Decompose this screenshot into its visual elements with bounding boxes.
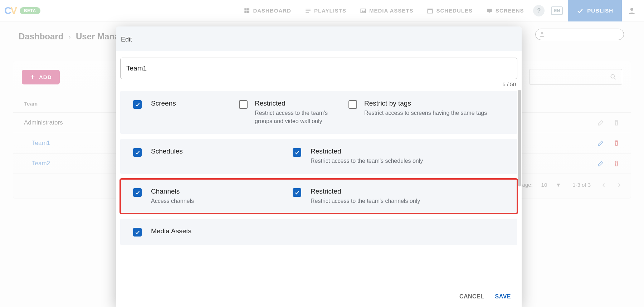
perm-media-assets: Media Assets	[120, 219, 517, 245]
cancel-button[interactable]: CANCEL	[459, 293, 484, 300]
scrollbar[interactable]	[518, 90, 521, 186]
perm-title: Media Assets	[151, 227, 191, 235]
perm-schedules: Schedules Restricted Restrict access to …	[120, 139, 517, 174]
perm-opt-title: Restricted	[311, 147, 423, 155]
checkbox-screens-restricted[interactable]	[239, 100, 248, 109]
char-count: 5 / 50	[120, 79, 517, 91]
edit-team-modal: Edit 5 / 50 Screens Restricted Restrict …	[116, 26, 522, 307]
perm-opt-title: Restricted	[255, 99, 339, 107]
team-name-input[interactable]	[120, 58, 517, 79]
perm-title: Schedules	[151, 147, 283, 155]
checkbox-screens[interactable]	[133, 100, 142, 109]
perm-screens: Screens Restricted Restrict access to th…	[120, 91, 517, 134]
perm-opt-sub: Restrict access to screens having the sa…	[364, 109, 487, 117]
checkbox-media-assets[interactable]	[133, 228, 142, 237]
perm-opt-sub: Restrict access to the team's groups and…	[255, 109, 339, 125]
perm-channels: Channels Access channels Restricted Rest…	[120, 179, 517, 214]
save-button[interactable]: SAVE	[495, 293, 511, 300]
perm-title: Screens	[151, 99, 230, 107]
perm-opt-title: Restricted	[311, 187, 420, 195]
checkbox-channels-restricted[interactable]	[293, 188, 301, 197]
checkbox-schedules-restricted[interactable]	[293, 148, 301, 157]
checkbox-schedules[interactable]	[133, 148, 142, 157]
perm-opt-title: Restrict by tags	[364, 99, 487, 107]
perm-opt-sub: Restrict access to the team's channels o…	[311, 197, 420, 205]
perm-sub: Access channels	[151, 197, 283, 205]
checkbox-channels[interactable]	[133, 188, 142, 197]
checkbox-screens-restrict-tags[interactable]	[348, 100, 357, 109]
perm-title: Channels	[151, 187, 283, 195]
perm-opt-sub: Restrict access to the team's schedules …	[311, 157, 423, 165]
modal-title: Edit	[116, 26, 522, 51]
